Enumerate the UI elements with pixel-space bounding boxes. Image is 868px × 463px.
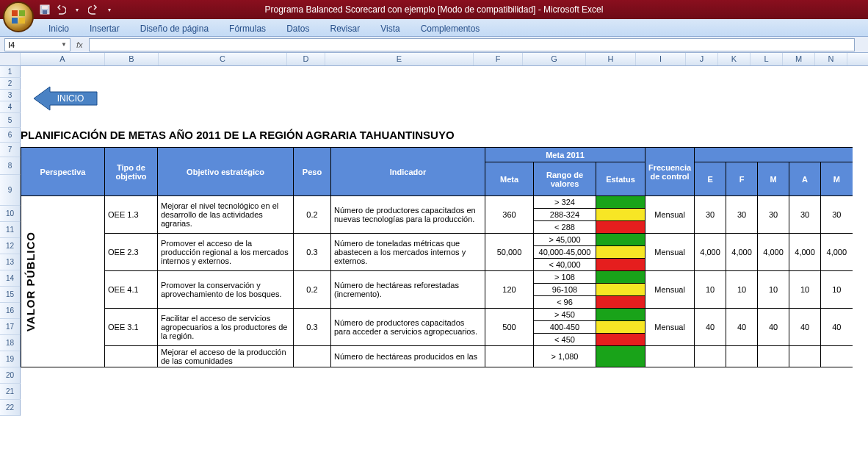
cell-obj[interactable]: Mejorar el acceso de la producción de la… <box>158 346 294 367</box>
cell-month[interactable] <box>821 346 853 367</box>
cell-meta[interactable] <box>485 346 534 367</box>
cell-rango[interactable]: > 450 <box>534 309 596 321</box>
row-10[interactable]: 10 <box>0 206 21 222</box>
chevron-down-icon[interactable]: ▼ <box>61 41 67 48</box>
row-17[interactable]: 17 <box>0 319 21 335</box>
cell-estatus[interactable] <box>596 334 645 346</box>
cell-peso[interactable]: 0.2 <box>294 271 331 309</box>
row-15[interactable]: 15 <box>0 287 21 303</box>
cell-rango[interactable]: > 324 <box>534 196 596 209</box>
cell-estatus[interactable] <box>596 271 645 284</box>
row-3[interactable]: 3 <box>0 90 21 101</box>
cell-month[interactable]: 10 <box>789 271 821 309</box>
cell-month[interactable]: 10 <box>695 271 726 309</box>
row-2[interactable]: 2 <box>0 78 21 90</box>
cell-month[interactable]: 10 <box>758 271 789 309</box>
col-G[interactable]: G <box>523 53 586 65</box>
row-14[interactable]: 14 <box>0 270 21 287</box>
col-N[interactable]: N <box>815 53 847 65</box>
cell-ind[interactable]: Número de productores capacitados para a… <box>331 309 485 346</box>
row-7[interactable]: 7 <box>0 143 21 157</box>
cell-month[interactable]: 4,000 <box>758 234 789 271</box>
row-21[interactable]: 21 <box>0 384 21 400</box>
cell-rango[interactable]: < 288 <box>534 221 596 234</box>
cell-estatus[interactable] <box>596 321 645 334</box>
save-icon[interactable] <box>38 3 51 16</box>
row-16[interactable]: 16 <box>0 303 21 319</box>
tab-complementos[interactable]: Complementos <box>411 21 491 36</box>
col-K[interactable]: K <box>718 53 751 65</box>
cell-month[interactable]: 40 <box>821 309 853 346</box>
cell-month[interactable]: 30 <box>695 196 726 234</box>
cell-month[interactable] <box>789 346 821 367</box>
cell-peso[interactable]: 0.2 <box>294 196 331 234</box>
cell-freq[interactable]: Mensual <box>645 309 695 346</box>
cell-estatus[interactable] <box>596 346 645 367</box>
cell-estatus[interactable] <box>596 221 645 234</box>
formula-bar[interactable] <box>89 38 855 51</box>
cell-month[interactable]: 4,000 <box>695 234 726 271</box>
cell-month[interactable]: 4,000 <box>726 234 758 271</box>
col-M[interactable]: M <box>783 53 815 65</box>
cell-rango[interactable]: < 96 <box>534 296 596 309</box>
fx-icon[interactable]: fx <box>76 40 83 49</box>
cell-estatus[interactable] <box>596 309 645 321</box>
cell-month[interactable] <box>758 346 789 367</box>
cell-freq[interactable]: Mensual <box>645 234 695 271</box>
cell-tipo[interactable]: OEE 4.1 <box>105 271 158 309</box>
cell-obj[interactable]: Facilitar el acceso de servicios agropec… <box>158 309 294 346</box>
cell-rango[interactable]: > 108 <box>534 271 596 284</box>
office-button[interactable] <box>3 1 34 32</box>
cell-estatus[interactable] <box>596 209 645 221</box>
redo-icon[interactable] <box>87 3 100 16</box>
cell-rango[interactable]: 400-450 <box>534 321 596 334</box>
row-8[interactable]: 8 <box>0 157 21 175</box>
cell-meta[interactable]: 120 <box>485 271 534 309</box>
row-5[interactable]: 5 <box>0 113 21 128</box>
cell-estatus[interactable] <box>596 296 645 309</box>
cell-tipo[interactable]: OEE 3.1 <box>105 309 158 346</box>
cell-rango[interactable]: > 45,000 <box>534 234 596 246</box>
cell-rango[interactable]: 40,000-45,000 <box>534 246 596 259</box>
cell-month[interactable]: 4,000 <box>821 234 853 271</box>
undo-icon[interactable] <box>54 3 68 16</box>
cell-month[interactable]: 30 <box>821 196 853 234</box>
tab-revisar[interactable]: Revisar <box>319 21 370 36</box>
tab-inicio[interactable]: Inicio <box>38 21 79 36</box>
cell-freq[interactable]: Mensual <box>645 271 695 309</box>
cell-ind[interactable]: Número de productores capacitados en nue… <box>331 196 485 234</box>
cell-peso[interactable]: 0.3 <box>294 234 331 271</box>
row-4[interactable]: 4 <box>0 101 21 113</box>
cell-month[interactable]: 40 <box>789 309 821 346</box>
row-9[interactable]: 9 <box>0 175 21 206</box>
cell-month[interactable]: 10 <box>726 271 758 309</box>
cell-month[interactable] <box>726 346 758 367</box>
cell-rango[interactable]: < 40,000 <box>534 259 596 271</box>
inicio-nav-arrow[interactable]: INICIO <box>34 85 100 115</box>
row-18[interactable]: 18 <box>0 335 21 351</box>
cell-estatus[interactable] <box>596 234 645 246</box>
cell-peso[interactable] <box>294 346 331 367</box>
col-F[interactable]: F <box>474 53 523 65</box>
row-6[interactable]: 6 <box>0 128 21 143</box>
cell-tipo[interactable] <box>105 346 158 367</box>
row-11[interactable]: 11 <box>0 222 21 238</box>
cell-estatus[interactable] <box>596 284 645 296</box>
tab-datos[interactable]: Datos <box>276 21 319 36</box>
col-J[interactable]: J <box>686 53 718 65</box>
cell-month[interactable]: 4,000 <box>789 234 821 271</box>
cell-month[interactable]: 10 <box>821 271 853 309</box>
cell-tipo[interactable]: OEE 2.3 <box>105 234 158 271</box>
cell-obj[interactable]: Promover el acceso de la producción regi… <box>158 234 294 271</box>
tab-diseno[interactable]: Diseño de página <box>130 21 219 36</box>
cell-rango[interactable]: 96-108 <box>534 284 596 296</box>
row-19[interactable]: 19 <box>0 351 21 367</box>
cell-tipo[interactable]: OEE 1.3 <box>105 196 158 234</box>
tab-vista[interactable]: Vista <box>370 21 410 36</box>
col-H[interactable]: H <box>586 53 636 65</box>
tab-formulas[interactable]: Fórmulas <box>219 21 276 36</box>
col-B[interactable]: B <box>105 53 159 65</box>
cell-month[interactable]: 40 <box>695 309 726 346</box>
cell-estatus[interactable] <box>596 259 645 271</box>
col-C[interactable]: C <box>159 53 287 65</box>
